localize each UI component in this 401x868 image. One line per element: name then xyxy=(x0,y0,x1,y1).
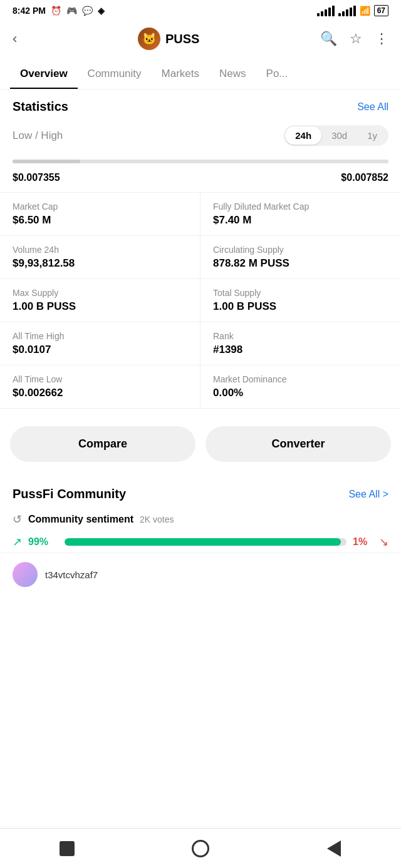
coin-title-group: 🐱 PUSS xyxy=(138,28,199,50)
triangle-icon xyxy=(327,840,341,857)
stat-value-volume: $9,93,812.58 xyxy=(13,257,187,270)
nav-back-button[interactable] xyxy=(320,835,348,862)
stat-max-supply: Max Supply 1.00 B PUSS xyxy=(0,279,200,322)
stat-market-cap: Market Cap $6.50 M xyxy=(0,193,200,236)
stat-value-fully-diluted: $7.40 M xyxy=(213,214,388,227)
stat-volume: Volume 24h $9,93,812.58 xyxy=(0,236,200,279)
stat-circulating: Circulating Supply 878.82 M PUSS xyxy=(200,236,401,279)
alarm-icon: ⏰ xyxy=(51,6,61,16)
time-24h[interactable]: 24h xyxy=(285,126,321,145)
search-icon[interactable]: 🔍 xyxy=(320,31,337,47)
sentiment-fill xyxy=(65,538,341,546)
tab-markets[interactable]: Markets xyxy=(152,60,209,89)
time-1y[interactable]: 1y xyxy=(357,126,387,145)
page-header: ‹ 🐱 PUSS 🔍 ☆ ⋮ xyxy=(0,21,401,60)
messenger-icon: 💬 xyxy=(82,6,93,16)
tab-bar: Overview Community Markets News Po... xyxy=(0,60,401,89)
stat-label-total-supply: Total Supply xyxy=(213,288,388,298)
tab-overview[interactable]: Overview xyxy=(10,60,78,89)
time-display: 8:42 PM xyxy=(13,6,46,16)
share-icon[interactable]: ⋮ xyxy=(375,31,388,47)
tab-portfolio[interactable]: Po... xyxy=(256,60,298,89)
signal-bars-1 xyxy=(317,6,335,16)
stat-label-atl: All Time Low xyxy=(13,374,187,384)
community-title: PussFi Community xyxy=(13,487,126,501)
stat-dominance: Market Dominance 0.00% xyxy=(200,365,401,409)
status-bar: 8:42 PM ⏰ 🎮 💬 ◈ 📶 67 xyxy=(0,0,401,21)
status-time: 8:42 PM ⏰ 🎮 💬 ◈ xyxy=(13,6,105,16)
stat-label-fully-diluted: Fully Diluted Market Cap xyxy=(213,202,388,212)
user-avatar xyxy=(13,562,38,587)
nav-home-button[interactable] xyxy=(187,835,214,862)
statistics-title: Statistics xyxy=(13,100,68,114)
coin-avatar: 🐱 xyxy=(138,28,160,50)
stat-total-supply: Total Supply 1.00 B PUSS xyxy=(200,279,401,322)
bear-trend-icon: ↘ xyxy=(379,535,388,549)
circle-icon xyxy=(192,840,209,857)
votes-count: 2K votes xyxy=(140,514,174,524)
price-low: $0.007355 xyxy=(13,172,60,183)
tab-news[interactable]: News xyxy=(209,60,256,89)
community-header: PussFi Community See All > xyxy=(0,481,401,508)
stat-label-circulating: Circulating Supply xyxy=(213,245,388,255)
tab-community[interactable]: Community xyxy=(78,60,152,89)
wifi-icon: 📶 xyxy=(360,6,370,16)
bear-percentage: 1% xyxy=(353,536,373,548)
stat-value-atl: $0.002662 xyxy=(13,387,187,399)
diamond-icon: ◈ xyxy=(98,6,105,16)
low-high-row: Low / High 24h 30d 1y xyxy=(0,119,401,152)
stat-label-ath: All Time High xyxy=(13,331,187,341)
community-see-all[interactable]: See All > xyxy=(348,489,388,500)
statistics-header: Statistics See All xyxy=(0,89,401,119)
time-toggle: 24h 30d 1y xyxy=(284,125,388,146)
sentiment-bar-row: ↗ 99% 1% ↘ xyxy=(0,531,401,553)
price-labels: $0.007355 $0.007852 xyxy=(0,168,401,187)
game-icon: 🎮 xyxy=(66,6,77,16)
star-icon[interactable]: ☆ xyxy=(350,31,362,47)
user-row: t34vtcvhzaf7 xyxy=(0,553,401,596)
stat-value-ath: $0.0107 xyxy=(13,344,187,356)
stat-value-circulating: 878.82 M PUSS xyxy=(213,257,388,270)
stat-value-dominance: 0.00% xyxy=(213,387,388,399)
signal-bars-2 xyxy=(338,6,356,16)
stat-value-total-supply: 1.00 B PUSS xyxy=(213,300,388,313)
stat-all-time-low: All Time Low $0.002662 xyxy=(0,365,200,409)
compare-button[interactable]: Compare xyxy=(10,426,195,462)
status-indicators: 📶 67 xyxy=(317,5,388,16)
community-section: PussFi Community See All > ↺ Community s… xyxy=(0,474,401,602)
statistics-see-all[interactable]: See All xyxy=(357,101,388,113)
square-icon xyxy=(60,841,75,856)
stat-label-volume: Volume 24h xyxy=(13,245,187,255)
stat-all-time-high: All Time High $0.0107 xyxy=(0,322,200,365)
bull-trend-icon: ↗ xyxy=(13,535,22,549)
price-range-container xyxy=(0,152,401,168)
time-30d[interactable]: 30d xyxy=(321,126,357,145)
stat-value-rank: #1398 xyxy=(213,344,388,356)
stat-label-max-supply: Max Supply xyxy=(13,288,187,298)
back-button[interactable]: ‹ xyxy=(13,31,17,47)
sentiment-label: Community sentiment xyxy=(28,514,133,525)
username: t34vtcvhzaf7 xyxy=(45,569,98,580)
stats-grid: Market Cap $6.50 M Fully Diluted Market … xyxy=(0,192,401,409)
stat-rank: Rank #1398 xyxy=(200,322,401,365)
stat-fully-diluted: Fully Diluted Market Cap $7.40 M xyxy=(200,193,401,236)
stat-value-max-supply: 1.00 B PUSS xyxy=(13,300,187,313)
range-fill xyxy=(13,160,80,163)
header-actions: 🔍 ☆ ⋮ xyxy=(320,31,388,47)
bottom-nav xyxy=(0,828,401,868)
bull-percentage: 99% xyxy=(28,536,58,548)
action-buttons: Compare Converter xyxy=(0,414,401,474)
stat-label-rank: Rank xyxy=(213,331,388,341)
price-high: $0.007852 xyxy=(341,172,388,183)
coin-name: PUSS xyxy=(165,32,199,46)
converter-button[interactable]: Converter xyxy=(206,426,391,462)
nav-square-button[interactable] xyxy=(53,835,81,862)
low-high-label: Low / High xyxy=(13,130,63,142)
stat-label-dominance: Market Dominance xyxy=(213,374,388,384)
battery-icon: 67 xyxy=(374,5,388,16)
sentiment-bar xyxy=(65,538,346,546)
stat-label-market-cap: Market Cap xyxy=(13,202,187,212)
stat-value-market-cap: $6.50 M xyxy=(13,214,187,227)
sentiment-row: ↺ Community sentiment 2K votes xyxy=(0,508,401,531)
price-range-bar xyxy=(13,160,388,163)
